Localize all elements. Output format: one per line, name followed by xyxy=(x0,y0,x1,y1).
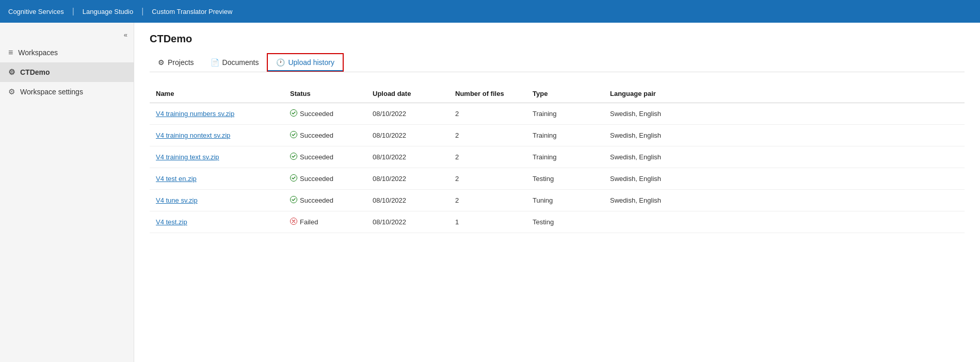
topbar-custom-translator[interactable]: Custom Translator Preview xyxy=(146,8,238,15)
language-pair: Swedish, English xyxy=(604,103,965,125)
status-success-icon xyxy=(290,196,297,205)
num-files: 2 xyxy=(449,125,526,146)
col-header-status: Status xyxy=(284,85,366,103)
sidebar-item-workspaces-label: Workspaces xyxy=(18,48,58,57)
status-text: Succeeded xyxy=(300,153,333,161)
sidebar-collapse-button[interactable]: « xyxy=(0,27,134,43)
num-files: 2 xyxy=(449,168,526,190)
tabs-bar: ⚙ Projects 📄 Documents 🕐 Upload history xyxy=(150,53,965,72)
file-name-link[interactable]: V4 test en.zip xyxy=(156,175,197,183)
upload-date: 08/10/2022 xyxy=(366,211,449,233)
topbar-divider-2: | xyxy=(139,7,146,16)
status-text: Succeeded xyxy=(300,175,333,183)
file-name-link[interactable]: V4 test.zip xyxy=(156,218,187,226)
tab-documents[interactable]: 📄 Documents xyxy=(202,54,267,71)
col-header-date: Upload date xyxy=(366,85,449,103)
sidebar: « ≡ Workspaces ⚙ CTDemo ⚙ Workspace sett… xyxy=(0,23,134,362)
topbar-divider-1: | xyxy=(70,7,76,16)
language-pair: Swedish, English xyxy=(604,168,965,190)
workspaces-icon: ≡ xyxy=(8,48,13,57)
sidebar-item-workspaces[interactable]: ≡ Workspaces xyxy=(0,43,134,62)
svg-point-1 xyxy=(291,131,297,138)
workspace-settings-icon: ⚙ xyxy=(8,87,15,96)
svg-point-3 xyxy=(291,175,297,182)
svg-point-4 xyxy=(291,196,297,203)
file-type: Testing xyxy=(526,168,604,190)
table-row: V4 tune sv.zipSucceeded08/10/20222Tuning… xyxy=(150,190,965,211)
status-success-icon xyxy=(290,131,297,140)
sidebar-item-ctdemo-label: CTDemo xyxy=(20,68,50,76)
file-type: Tuning xyxy=(526,190,604,211)
upload-date: 08/10/2022 xyxy=(366,168,449,190)
content-area: CTDemo ⚙ Projects 📄 Documents 🕐 Upload h… xyxy=(134,23,980,362)
upload-history-table: Name Status Upload date Number of files … xyxy=(150,85,965,233)
language-pair: Swedish, English xyxy=(604,146,965,168)
upload-date: 08/10/2022 xyxy=(366,103,449,125)
file-type: Training xyxy=(526,103,604,125)
topbar-cognitive-services[interactable]: Cognitive Services xyxy=(8,8,70,15)
documents-tab-icon: 📄 xyxy=(211,58,219,67)
status-text: Succeeded xyxy=(300,110,333,118)
status-success-icon xyxy=(290,109,297,118)
file-type: Training xyxy=(526,146,604,168)
col-header-type: Type xyxy=(526,85,604,103)
num-files: 2 xyxy=(449,103,526,125)
file-type: Testing xyxy=(526,211,604,233)
status-text: Succeeded xyxy=(300,131,333,139)
table-row: V4 training nontext sv.zipSucceeded08/10… xyxy=(150,125,965,146)
table-header-row: Name Status Upload date Number of files … xyxy=(150,85,965,103)
col-header-name: Name xyxy=(150,85,284,103)
file-type: Training xyxy=(526,125,604,146)
svg-point-0 xyxy=(291,110,297,117)
main-layout: « ≡ Workspaces ⚙ CTDemo ⚙ Workspace sett… xyxy=(0,23,980,362)
page-title: CTDemo xyxy=(150,33,965,45)
col-header-lang: Language pair xyxy=(604,85,965,103)
status-fail-icon xyxy=(290,218,297,226)
table-row: V4 test en.zipSucceeded08/10/20222Testin… xyxy=(150,168,965,190)
table-row: V4 training numbers sv.zipSucceeded08/10… xyxy=(150,103,965,125)
upload-date: 08/10/2022 xyxy=(366,146,449,168)
table-row: V4 test.zipFailed08/10/20221Testing xyxy=(150,211,965,233)
topbar-language-studio[interactable]: Language Studio xyxy=(76,8,139,15)
upload-date: 08/10/2022 xyxy=(366,125,449,146)
file-name-link[interactable]: V4 training nontext sv.zip xyxy=(156,131,230,139)
status-success-icon xyxy=(290,174,297,183)
language-pair xyxy=(604,211,965,233)
num-files: 2 xyxy=(449,146,526,168)
svg-point-2 xyxy=(291,153,297,160)
file-name-link[interactable]: V4 training text sv.zip xyxy=(156,153,219,161)
num-files: 2 xyxy=(449,190,526,211)
tab-upload-history-label: Upload history xyxy=(288,58,334,67)
projects-tab-icon: ⚙ xyxy=(158,58,165,67)
tab-projects[interactable]: ⚙ Projects xyxy=(150,54,202,71)
tab-documents-label: Documents xyxy=(222,58,259,67)
sidebar-item-ctdemo[interactable]: ⚙ CTDemo xyxy=(0,62,134,82)
sidebar-item-workspace-settings-label: Workspace settings xyxy=(20,88,83,96)
sidebar-item-workspace-settings[interactable]: ⚙ Workspace settings xyxy=(0,82,134,102)
ctdemo-icon: ⚙ xyxy=(8,68,15,77)
status-text: Failed xyxy=(300,218,318,226)
upload-date: 08/10/2022 xyxy=(366,190,449,211)
file-name-link[interactable]: V4 training numbers sv.zip xyxy=(156,110,234,118)
upload-history-tab-icon: 🕐 xyxy=(276,58,285,67)
language-pair: Swedish, English xyxy=(604,125,965,146)
tab-projects-label: Projects xyxy=(168,58,194,67)
language-pair: Swedish, English xyxy=(604,190,965,211)
col-header-files: Number of files xyxy=(449,85,526,103)
status-success-icon xyxy=(290,153,297,161)
file-name-link[interactable]: V4 tune sv.zip xyxy=(156,196,198,204)
topbar: Cognitive Services | Language Studio | C… xyxy=(0,0,980,23)
num-files: 1 xyxy=(449,211,526,233)
tab-upload-history[interactable]: 🕐 Upload history xyxy=(267,53,344,72)
status-text: Succeeded xyxy=(300,196,333,204)
table-row: V4 training text sv.zipSucceeded08/10/20… xyxy=(150,146,965,168)
